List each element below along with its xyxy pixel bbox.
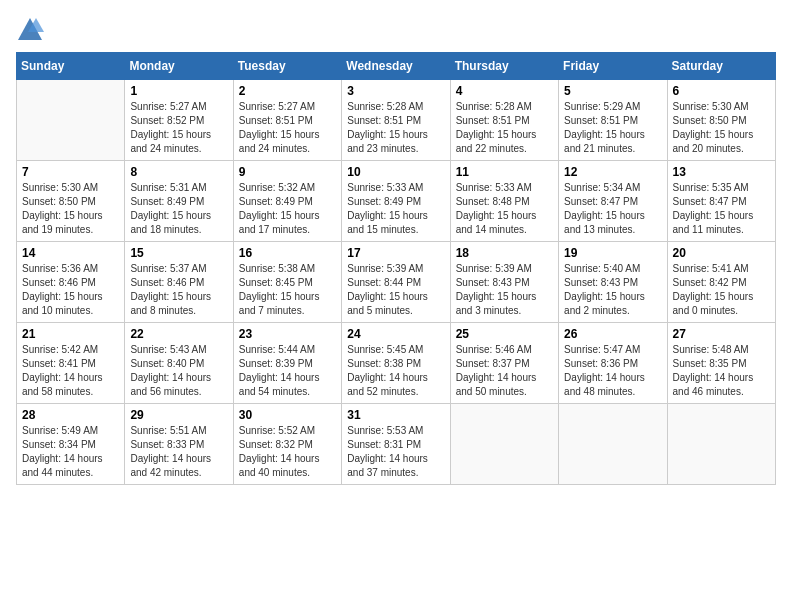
day-number: 29 bbox=[130, 408, 227, 422]
calendar-cell: 5Sunrise: 5:29 AM Sunset: 8:51 PM Daylig… bbox=[559, 80, 667, 161]
calendar-week-row: 28Sunrise: 5:49 AM Sunset: 8:34 PM Dayli… bbox=[17, 404, 776, 485]
calendar-cell: 15Sunrise: 5:37 AM Sunset: 8:46 PM Dayli… bbox=[125, 242, 233, 323]
calendar-cell: 30Sunrise: 5:52 AM Sunset: 8:32 PM Dayli… bbox=[233, 404, 341, 485]
calendar-cell: 13Sunrise: 5:35 AM Sunset: 8:47 PM Dayli… bbox=[667, 161, 775, 242]
column-header-tuesday: Tuesday bbox=[233, 53, 341, 80]
day-number: 21 bbox=[22, 327, 119, 341]
day-number: 12 bbox=[564, 165, 661, 179]
calendar-cell: 11Sunrise: 5:33 AM Sunset: 8:48 PM Dayli… bbox=[450, 161, 558, 242]
calendar-cell: 31Sunrise: 5:53 AM Sunset: 8:31 PM Dayli… bbox=[342, 404, 450, 485]
day-info: Sunrise: 5:38 AM Sunset: 8:45 PM Dayligh… bbox=[239, 262, 336, 318]
day-info: Sunrise: 5:32 AM Sunset: 8:49 PM Dayligh… bbox=[239, 181, 336, 237]
calendar-cell: 20Sunrise: 5:41 AM Sunset: 8:42 PM Dayli… bbox=[667, 242, 775, 323]
day-number: 13 bbox=[673, 165, 770, 179]
logo bbox=[16, 16, 48, 44]
calendar-cell: 1Sunrise: 5:27 AM Sunset: 8:52 PM Daylig… bbox=[125, 80, 233, 161]
calendar-cell: 6Sunrise: 5:30 AM Sunset: 8:50 PM Daylig… bbox=[667, 80, 775, 161]
day-info: Sunrise: 5:29 AM Sunset: 8:51 PM Dayligh… bbox=[564, 100, 661, 156]
day-number: 26 bbox=[564, 327, 661, 341]
day-number: 3 bbox=[347, 84, 444, 98]
calendar-cell: 25Sunrise: 5:46 AM Sunset: 8:37 PM Dayli… bbox=[450, 323, 558, 404]
day-info: Sunrise: 5:28 AM Sunset: 8:51 PM Dayligh… bbox=[456, 100, 553, 156]
calendar-table: SundayMondayTuesdayWednesdayThursdayFrid… bbox=[16, 52, 776, 485]
day-info: Sunrise: 5:30 AM Sunset: 8:50 PM Dayligh… bbox=[673, 100, 770, 156]
day-number: 14 bbox=[22, 246, 119, 260]
calendar-cell: 18Sunrise: 5:39 AM Sunset: 8:43 PM Dayli… bbox=[450, 242, 558, 323]
calendar-cell bbox=[17, 80, 125, 161]
calendar-cell: 24Sunrise: 5:45 AM Sunset: 8:38 PM Dayli… bbox=[342, 323, 450, 404]
day-info: Sunrise: 5:33 AM Sunset: 8:48 PM Dayligh… bbox=[456, 181, 553, 237]
calendar-cell: 22Sunrise: 5:43 AM Sunset: 8:40 PM Dayli… bbox=[125, 323, 233, 404]
calendar-cell bbox=[450, 404, 558, 485]
day-info: Sunrise: 5:45 AM Sunset: 8:38 PM Dayligh… bbox=[347, 343, 444, 399]
day-info: Sunrise: 5:47 AM Sunset: 8:36 PM Dayligh… bbox=[564, 343, 661, 399]
calendar-cell bbox=[667, 404, 775, 485]
day-number: 10 bbox=[347, 165, 444, 179]
calendar-week-row: 1Sunrise: 5:27 AM Sunset: 8:52 PM Daylig… bbox=[17, 80, 776, 161]
day-number: 17 bbox=[347, 246, 444, 260]
calendar-cell: 28Sunrise: 5:49 AM Sunset: 8:34 PM Dayli… bbox=[17, 404, 125, 485]
calendar-cell: 12Sunrise: 5:34 AM Sunset: 8:47 PM Dayli… bbox=[559, 161, 667, 242]
day-info: Sunrise: 5:31 AM Sunset: 8:49 PM Dayligh… bbox=[130, 181, 227, 237]
day-info: Sunrise: 5:43 AM Sunset: 8:40 PM Dayligh… bbox=[130, 343, 227, 399]
day-info: Sunrise: 5:42 AM Sunset: 8:41 PM Dayligh… bbox=[22, 343, 119, 399]
page-header bbox=[16, 16, 776, 44]
calendar-cell: 29Sunrise: 5:51 AM Sunset: 8:33 PM Dayli… bbox=[125, 404, 233, 485]
day-info: Sunrise: 5:35 AM Sunset: 8:47 PM Dayligh… bbox=[673, 181, 770, 237]
day-number: 28 bbox=[22, 408, 119, 422]
day-number: 18 bbox=[456, 246, 553, 260]
calendar-cell: 9Sunrise: 5:32 AM Sunset: 8:49 PM Daylig… bbox=[233, 161, 341, 242]
calendar-week-row: 21Sunrise: 5:42 AM Sunset: 8:41 PM Dayli… bbox=[17, 323, 776, 404]
day-info: Sunrise: 5:36 AM Sunset: 8:46 PM Dayligh… bbox=[22, 262, 119, 318]
logo-icon bbox=[16, 16, 44, 44]
day-info: Sunrise: 5:52 AM Sunset: 8:32 PM Dayligh… bbox=[239, 424, 336, 480]
calendar-cell: 10Sunrise: 5:33 AM Sunset: 8:49 PM Dayli… bbox=[342, 161, 450, 242]
day-info: Sunrise: 5:37 AM Sunset: 8:46 PM Dayligh… bbox=[130, 262, 227, 318]
column-header-sunday: Sunday bbox=[17, 53, 125, 80]
column-header-saturday: Saturday bbox=[667, 53, 775, 80]
calendar-cell: 27Sunrise: 5:48 AM Sunset: 8:35 PM Dayli… bbox=[667, 323, 775, 404]
day-number: 16 bbox=[239, 246, 336, 260]
day-info: Sunrise: 5:39 AM Sunset: 8:43 PM Dayligh… bbox=[456, 262, 553, 318]
calendar-cell: 8Sunrise: 5:31 AM Sunset: 8:49 PM Daylig… bbox=[125, 161, 233, 242]
day-info: Sunrise: 5:28 AM Sunset: 8:51 PM Dayligh… bbox=[347, 100, 444, 156]
day-number: 25 bbox=[456, 327, 553, 341]
day-number: 19 bbox=[564, 246, 661, 260]
day-info: Sunrise: 5:39 AM Sunset: 8:44 PM Dayligh… bbox=[347, 262, 444, 318]
day-number: 30 bbox=[239, 408, 336, 422]
day-number: 4 bbox=[456, 84, 553, 98]
day-number: 11 bbox=[456, 165, 553, 179]
calendar-cell: 3Sunrise: 5:28 AM Sunset: 8:51 PM Daylig… bbox=[342, 80, 450, 161]
day-info: Sunrise: 5:53 AM Sunset: 8:31 PM Dayligh… bbox=[347, 424, 444, 480]
day-number: 7 bbox=[22, 165, 119, 179]
day-number: 20 bbox=[673, 246, 770, 260]
calendar-cell: 16Sunrise: 5:38 AM Sunset: 8:45 PM Dayli… bbox=[233, 242, 341, 323]
calendar-cell: 7Sunrise: 5:30 AM Sunset: 8:50 PM Daylig… bbox=[17, 161, 125, 242]
calendar-header-row: SundayMondayTuesdayWednesdayThursdayFrid… bbox=[17, 53, 776, 80]
calendar-cell: 14Sunrise: 5:36 AM Sunset: 8:46 PM Dayli… bbox=[17, 242, 125, 323]
day-info: Sunrise: 5:48 AM Sunset: 8:35 PM Dayligh… bbox=[673, 343, 770, 399]
day-info: Sunrise: 5:51 AM Sunset: 8:33 PM Dayligh… bbox=[130, 424, 227, 480]
calendar-cell: 2Sunrise: 5:27 AM Sunset: 8:51 PM Daylig… bbox=[233, 80, 341, 161]
calendar-week-row: 7Sunrise: 5:30 AM Sunset: 8:50 PM Daylig… bbox=[17, 161, 776, 242]
calendar-week-row: 14Sunrise: 5:36 AM Sunset: 8:46 PM Dayli… bbox=[17, 242, 776, 323]
day-info: Sunrise: 5:46 AM Sunset: 8:37 PM Dayligh… bbox=[456, 343, 553, 399]
day-number: 8 bbox=[130, 165, 227, 179]
day-number: 31 bbox=[347, 408, 444, 422]
calendar-cell: 21Sunrise: 5:42 AM Sunset: 8:41 PM Dayli… bbox=[17, 323, 125, 404]
day-number: 5 bbox=[564, 84, 661, 98]
day-number: 24 bbox=[347, 327, 444, 341]
day-number: 23 bbox=[239, 327, 336, 341]
day-number: 1 bbox=[130, 84, 227, 98]
calendar-cell: 26Sunrise: 5:47 AM Sunset: 8:36 PM Dayli… bbox=[559, 323, 667, 404]
calendar-cell: 19Sunrise: 5:40 AM Sunset: 8:43 PM Dayli… bbox=[559, 242, 667, 323]
day-info: Sunrise: 5:44 AM Sunset: 8:39 PM Dayligh… bbox=[239, 343, 336, 399]
column-header-friday: Friday bbox=[559, 53, 667, 80]
day-info: Sunrise: 5:33 AM Sunset: 8:49 PM Dayligh… bbox=[347, 181, 444, 237]
day-info: Sunrise: 5:27 AM Sunset: 8:52 PM Dayligh… bbox=[130, 100, 227, 156]
column-header-wednesday: Wednesday bbox=[342, 53, 450, 80]
day-number: 15 bbox=[130, 246, 227, 260]
day-info: Sunrise: 5:34 AM Sunset: 8:47 PM Dayligh… bbox=[564, 181, 661, 237]
day-number: 6 bbox=[673, 84, 770, 98]
calendar-cell bbox=[559, 404, 667, 485]
